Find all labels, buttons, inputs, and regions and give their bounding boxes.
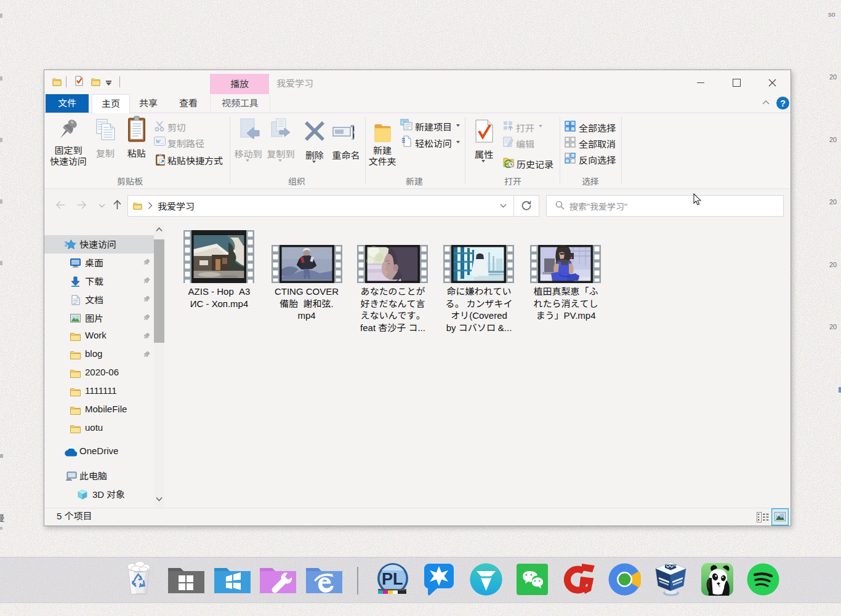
- svg-text:PL: PL: [382, 570, 403, 588]
- svg-text:..: ..: [161, 140, 163, 145]
